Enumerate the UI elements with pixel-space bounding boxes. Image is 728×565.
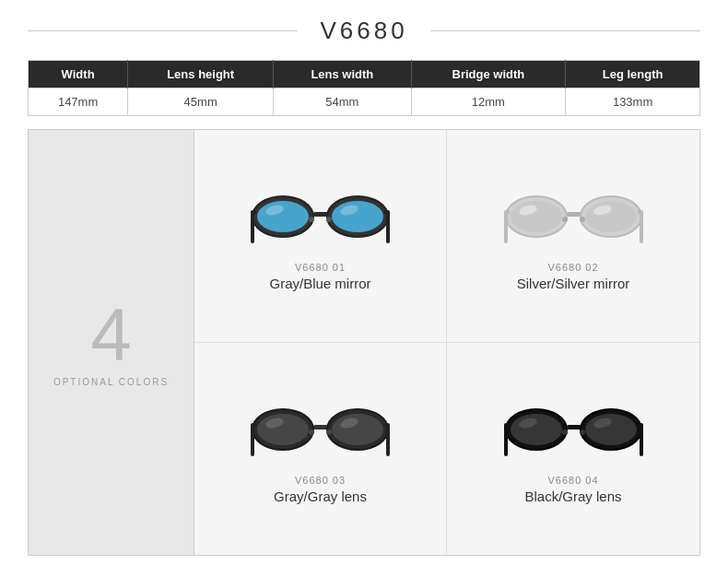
page-wrapper: V6680 Width Lens height Lens width Bridg… [0,0,728,565]
value-bridge-width: 12mm [411,88,566,116]
svg-point-38 [326,430,332,435]
glasses-img-1 [247,182,394,256]
svg-point-28 [257,414,309,445]
svg-point-37 [309,430,314,435]
specs-value-row: 147mm 45mm 54mm 12mm 133mm [29,88,700,116]
value-leg-length: 133mm [566,88,700,116]
color-item-2: V6680 02 Silver/Silver mirror [447,130,699,343]
color-item-3: V6680 03 Gray/Gray lens [194,343,447,556]
svg-point-17 [585,201,637,232]
svg-point-12 [326,217,332,222]
specs-header-row: Width Lens height Lens width Bridge widt… [29,61,700,88]
value-width: 147mm [29,88,128,116]
svg-point-24 [562,217,568,222]
colors-sidebar: 4 OPTIONAL COLORS [29,130,194,555]
specs-table: Width Lens height Lens width Bridge widt… [28,60,700,116]
value-lens-height: 45mm [128,88,274,116]
glasses-img-4 [499,395,647,469]
svg-point-15 [511,201,562,232]
svg-rect-26 [313,425,328,430]
value-lens-width: 54mm [274,88,411,116]
color-name-1: Gray/Blue mirror [269,276,370,291]
color-code-2: V6680 02 [547,262,598,273]
svg-rect-0 [313,212,328,217]
colors-grid: V6680 01 Gray/Blue mirror [194,130,699,555]
svg-point-51 [580,430,585,435]
color-code-1: V6680 01 [295,262,346,273]
color-item-1: V6680 01 Gray/Blue mirror [194,130,447,343]
title-section: V6680 [28,17,700,45]
glasses-img-3 [247,395,394,469]
color-code-4: V6680 04 [547,475,598,486]
svg-point-2 [257,201,309,232]
colors-section: 4 OPTIONAL COLORS [28,129,700,556]
colors-count: 4 [90,298,132,371]
svg-point-50 [562,430,568,435]
svg-rect-39 [567,425,581,430]
title-line-left [28,30,298,31]
color-name-4: Black/Gray lens [524,488,621,504]
glasses-img-2 [499,182,647,256]
svg-point-25 [580,217,585,222]
header-width: Width [29,61,128,88]
svg-point-11 [309,217,314,222]
title-line-right [430,30,700,31]
color-name-2: Silver/Silver mirror [517,276,630,291]
color-code-3: V6680 03 [295,475,346,486]
header-leg-length: Leg length [566,61,700,88]
svg-point-41 [511,414,562,445]
header-lens-height: Lens height [128,61,274,88]
svg-rect-13 [567,212,581,217]
svg-point-4 [332,201,383,232]
svg-point-43 [585,414,637,445]
header-lens-width: Lens width [274,61,411,88]
svg-point-30 [332,414,383,445]
product-title: V6680 [298,17,429,45]
optional-colors-label: OPTIONAL COLORS [53,377,169,387]
color-item-4: V6680 04 Black/Gray lens [447,343,699,556]
header-bridge-width: Bridge width [411,61,566,88]
color-name-3: Gray/Gray lens [274,488,367,504]
